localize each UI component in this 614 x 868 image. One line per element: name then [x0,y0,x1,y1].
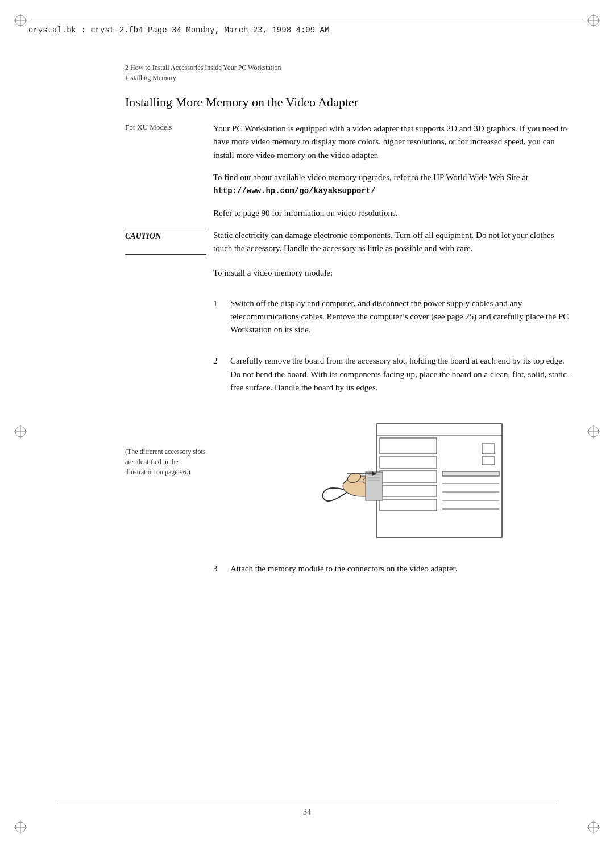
paragraph-2: To find out about available video memory… [213,171,574,198]
svg-rect-23 [380,485,437,496]
svg-rect-20 [380,438,437,454]
step3-text: Attach the memory module to the connecto… [230,562,574,575]
svg-rect-32 [442,471,499,476]
refer-row: Refer to page 90 for information on vide… [125,207,574,220]
header-bar: crystal.bk : cryst-2.fb4 Page 34 Monday,… [28,22,586,35]
reg-mark-br [587,820,600,834]
figure-caption: (The different accessory slots are ident… [125,412,213,477]
reg-mark-tr [587,14,600,27]
step2-text: Carefully remove the board from the acce… [230,354,574,394]
header-text: crystal.bk : cryst-2.fb4 Page 34 Monday,… [28,26,329,35]
step1-num: 1 [213,297,230,337]
svg-rect-24 [380,499,437,511]
paragraph-1: Your PC Workstation is equipped with a v… [213,122,574,162]
caution-label-col: CAUTION [125,229,213,256]
reg-mark-bl [14,820,27,834]
main-content: 2 How to Install Accessories Inside Your… [125,62,574,594]
svg-rect-26 [482,457,495,465]
url-text: To find out about available video memory… [213,171,574,198]
footer-line [57,802,557,802]
caution-label: CAUTION [125,229,206,241]
step2-row: 2 Carefully remove the board from the ac… [125,354,574,403]
step3-label-empty [125,562,213,585]
paragraph-3: Refer to page 90 for information on vide… [213,207,574,220]
step3-row: 3 Attach the memory module to the connec… [125,562,574,585]
page-number: 34 [303,808,311,817]
step3-content: 3 Attach the memory module to the connec… [213,562,574,585]
breadcrumb-line1: 2 How to Install Accessories Inside Your… [125,62,574,73]
step2-num: 2 [213,354,230,394]
svg-rect-18 [377,424,502,537]
reg-mark-tl [14,14,27,27]
step3-num: 3 [213,562,230,575]
footer: 34 [0,802,614,817]
page: crystal.bk : cryst-2.fb4 Page 34 Monday,… [0,0,614,868]
step2-content: 2 Carefully remove the board from the ac… [213,354,574,403]
xu-models-label: For XU Models [125,122,213,162]
xu-models-text: Your PC Workstation is equipped with a v… [213,122,574,162]
numbered-item-3: 3 Attach the memory module to the connec… [213,562,574,575]
step1-content: 1 Switch off the display and computer, a… [213,297,574,346]
refer-text: Refer to page 90 for information on vide… [213,207,574,220]
caution-text: Static electricity can damage electronic… [213,229,574,256]
numbered-item-1: 1 Switch off the display and computer, a… [213,297,574,337]
pc-illustration-svg [275,412,513,549]
xu-models-row: For XU Models Your PC Workstation is equ… [125,122,574,162]
figure-image [213,412,574,549]
svg-rect-21 [380,457,437,468]
numbered-item-2: 2 Carefully remove the board from the ac… [213,354,574,394]
caution-row: CAUTION Static electricity can damage el… [125,229,574,256]
install-header-text: To install a video memory module: [213,266,574,279]
reg-mark-mr [587,425,600,439]
breadcrumb-line2: Installing Memory [125,74,574,82]
step1-text: Switch off the display and computer, and… [230,297,574,337]
refer-label-empty [125,207,213,220]
step1-row: 1 Switch off the display and computer, a… [125,297,574,346]
install-header-row: To install a video memory module: [125,266,574,287]
url-label-empty [125,171,213,198]
svg-rect-36 [366,472,383,500]
paragraph-2-prefix: To find out about available video memory… [213,173,528,182]
url-row: To find out about available video memory… [125,171,574,198]
svg-rect-22 [380,471,437,482]
svg-rect-25 [482,444,495,454]
step1-label-empty [125,297,213,346]
section-title: Installing More Memory on the Video Adap… [125,95,574,110]
step2-label-empty [125,354,213,403]
reg-mark-ml [14,425,27,439]
paragraph-2-url: http://www.hp.com/go/kayaksupport/ [213,186,376,195]
figure-area: (The different accessory slots are ident… [125,412,574,549]
install-header-label-empty [125,266,213,287]
